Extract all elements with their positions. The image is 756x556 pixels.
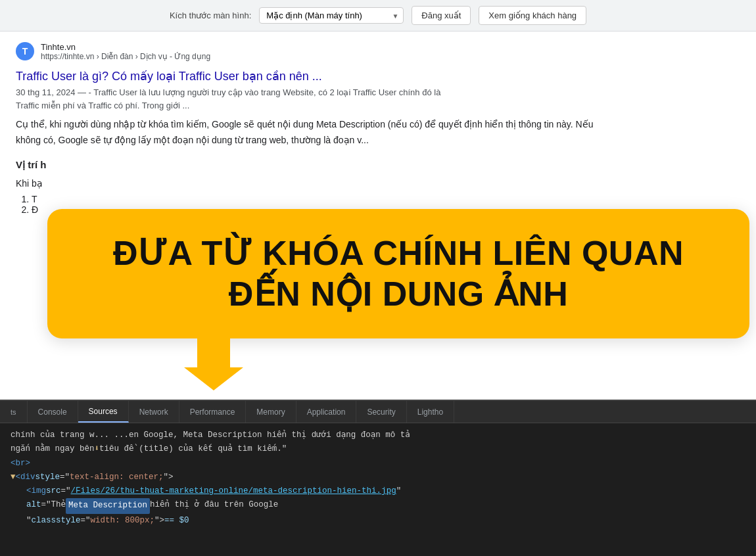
yellow-banner-line1: ĐƯA TỪ KHÓA CHÍNH LIÊN QUAN (74, 233, 723, 273)
top-bar: Kích thước màn hình: Mặc định (Màn máy t… (0, 0, 756, 32)
search-result-card: T Tinhte.vn https://tinhte.vn › Diễn đàn… (16, 42, 740, 61)
code-line-4: ▼ <div style =" text-align: center; "> (11, 471, 745, 484)
tab-network[interactable]: Network (129, 401, 179, 423)
logout-button[interactable]: Đăng xuất (412, 6, 471, 25)
tab-security[interactable]: Security (356, 401, 406, 423)
tab-sources[interactable]: Sources (78, 401, 129, 423)
devtools-code-content: chính của trang w... ...en Google, Meta … (0, 423, 756, 556)
snippet-text: — - Traffic User là lưu lượng người truy… (16, 87, 440, 110)
search-result-meta: Tinhte.vn https://tinhte.vn › Diễn đàn ›… (41, 42, 210, 61)
code-line-5: <img src =" /Files/26/thu-thuat-marketin… (11, 484, 745, 498)
code-line-2: ngắn nằm ngay bên ⬇ tiêu đề (title) của … (11, 442, 745, 456)
tab-console[interactable]: Console (28, 401, 78, 423)
search-result-snippet: 30 thg 11, 2024 — - Traffic User là lưu … (16, 86, 463, 112)
code-line-7: " class style =" width: 800px; "> == $0 (11, 514, 745, 528)
yellow-banner: ĐƯA TỪ KHÓA CHÍNH LIÊN QUAN ĐẾN NỘI DUNG… (47, 209, 749, 338)
code-line-6: alt ="Thẻ Meta Description hiển thị ở đâ… (11, 498, 745, 513)
devtools-panel: ts Console Sources Network Performance M… (0, 400, 756, 556)
site-url: https://tinhte.vn › Diễn đàn › Dịch vụ -… (41, 52, 210, 61)
section-body: Khi bạ (16, 176, 601, 192)
screen-size-select[interactable]: Mặc định (Màn máy tính) (259, 7, 404, 24)
site-icon: T (16, 42, 34, 60)
code-line-1: chính của trang w... ...en Google, Meta … (11, 429, 745, 442)
devtools-tabs: ts Console Sources Network Performance M… (0, 401, 756, 423)
screen-size-label: Kích thước màn hình: (170, 11, 251, 20)
tab-lighthouse[interactable]: Lighthо (407, 401, 454, 423)
section-heading: Vị trí h (16, 159, 740, 171)
highlighted-meta-description: Meta Description (66, 498, 150, 513)
tab-performance[interactable]: Performance (179, 401, 247, 423)
img-src-link[interactable]: /Files/26/thu-thuat-marketing-online/met… (71, 484, 396, 498)
svg-marker-0 (184, 338, 243, 390)
list-item-1: T (32, 194, 740, 204)
search-result-title[interactable]: Traffic User là gì? Có mấy loại Traffic … (16, 69, 740, 83)
code-line-3: <br> (11, 457, 745, 471)
preview-button[interactable]: Xem giống khách hàng (479, 6, 586, 25)
yellow-banner-line2: ĐẾN NỘI DUNG ẢNH (74, 273, 723, 314)
tab-elements[interactable]: ts (0, 401, 28, 423)
main-content: ⚡ T Tinhte.vn https://tinhte.vn › Diễn đ… (0, 32, 756, 400)
tab-application[interactable]: Application (296, 401, 357, 423)
screen-size-select-wrapper[interactable]: Mặc định (Màn máy tính) (259, 7, 404, 24)
body-paragraph: Cụ thể, khi người dùng nhập từ khóa tìm … (16, 117, 601, 149)
down-arrow-icon (184, 338, 243, 393)
site-name: Tinhte.vn (41, 42, 210, 52)
tab-memory[interactable]: Memory (246, 401, 296, 423)
